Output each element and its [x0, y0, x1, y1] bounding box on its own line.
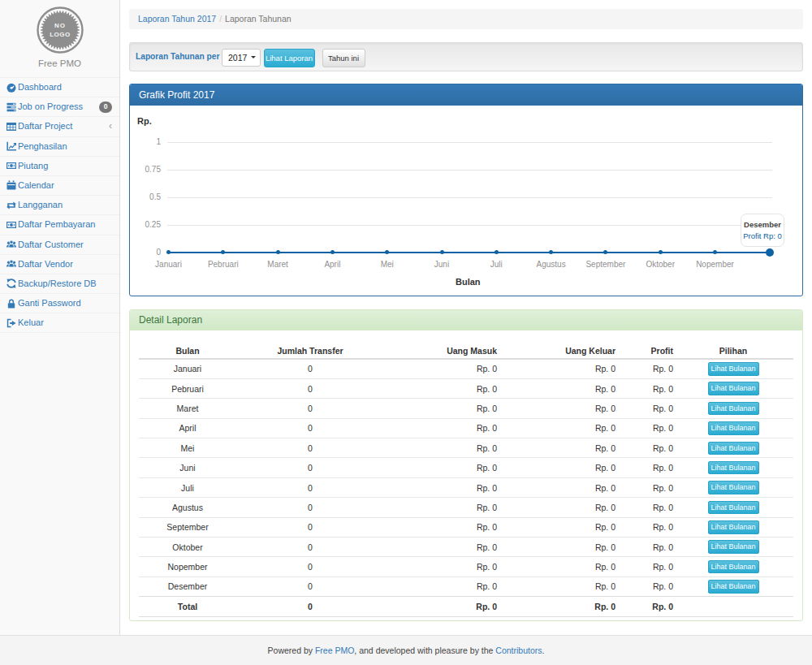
svg-text:NO: NO	[54, 22, 66, 29]
svg-text:LOGO: LOGO	[50, 31, 71, 38]
